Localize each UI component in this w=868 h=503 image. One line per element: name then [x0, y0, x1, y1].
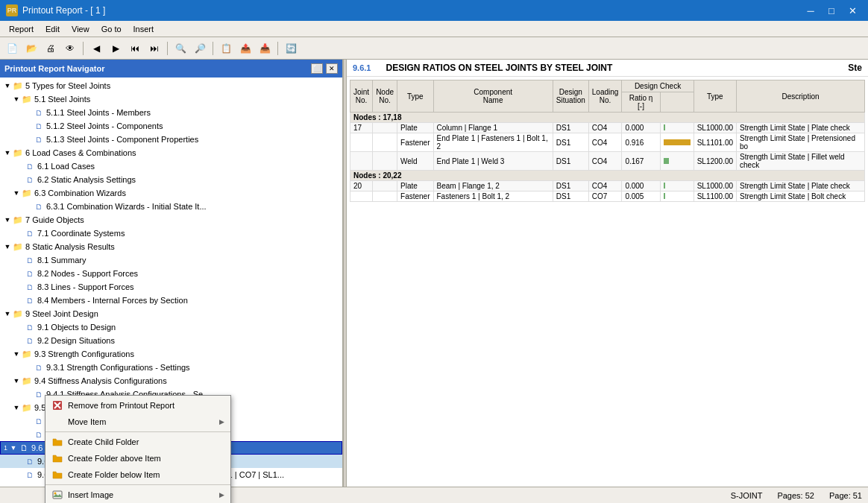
tree-item-8[interactable]: ▼ 📁 8 Static Analysis Results: [0, 240, 342, 253]
cell-joint: [350, 152, 373, 171]
cell-check-type: SL1100.00: [694, 192, 736, 202]
refresh-button[interactable]: 🔄: [282, 40, 300, 57]
toggle-9[interactable]: ▼: [3, 310, 12, 317]
menu-view[interactable]: View: [66, 23, 95, 35]
col-dc-type: Type: [694, 80, 736, 113]
toggle-63[interactable]: ▼: [12, 189, 21, 197]
toggle-8[interactable]: ▼: [3, 243, 12, 250]
next-button[interactable]: ▶: [107, 40, 125, 57]
menu-bar: Report Edit View Go to Insert: [0, 21, 868, 37]
menu-goto[interactable]: Go to: [95, 23, 128, 35]
menu-edit[interactable]: Edit: [40, 23, 66, 35]
folder-icon-8: 📁: [12, 241, 24, 252]
first-button[interactable]: ⏮: [126, 40, 144, 57]
toggle-5[interactable]: ▼: [3, 82, 12, 89]
import-button[interactable]: 📥: [256, 40, 274, 57]
preview-button[interactable]: 👁: [61, 40, 79, 57]
separator-2: [167, 42, 168, 55]
print-button[interactable]: 🖨: [42, 40, 60, 57]
toggle-94[interactable]: ▼: [12, 377, 21, 385]
tree-item-81[interactable]: 🗋 8.1 Summary: [0, 253, 342, 267]
doc-icon-61: 🗋: [24, 161, 36, 171]
tree-item-512[interactable]: 🗋 5.1.2 Steel Joints - Components: [0, 119, 342, 133]
tree-item-5[interactable]: ▼ 📁 5 Types for Steel Joints: [0, 79, 342, 92]
tree-item-631[interactable]: 🗋 6.3.1 Combination Wizards - Initial St…: [0, 200, 342, 213]
tree-item-84[interactable]: 🗋 8.4 Members - Internal Forces by Secti…: [0, 294, 342, 307]
toggle-93[interactable]: ▼: [12, 350, 21, 358]
maximize-button[interactable]: □: [822, 3, 841, 18]
last-button[interactable]: ⏭: [145, 40, 163, 57]
cell-loading: CO4: [588, 133, 622, 152]
folder-icon-94: 📁: [21, 376, 33, 386]
menu-insert[interactable]: Insert: [128, 23, 160, 35]
tree-item-61[interactable]: 🗋 6.1 Load Cases: [0, 159, 342, 173]
ctx-remove-label: Remove from Printout Report: [68, 401, 224, 410]
tree-item-931[interactable]: 🗋 9.3.1 Strength Configurations - Settin…: [0, 361, 342, 374]
tree-item-6[interactable]: ▼ 📁 6 Load Cases & Combinations: [0, 146, 342, 159]
tree-label: 9.3.1 Strength Configurations - Settings: [46, 363, 190, 372]
export-button[interactable]: 📤: [236, 40, 254, 57]
close-button[interactable]: ✕: [843, 3, 862, 18]
group-header-2: Nodes : 20,22: [350, 171, 865, 181]
tree-item-93[interactable]: ▼ 📁 9.3 Strength Configurations: [0, 347, 342, 361]
folder-below-icon: [51, 469, 63, 481]
ctx-remove[interactable]: Remove from Printout Report: [45, 397, 230, 414]
prev-button[interactable]: ◀: [87, 40, 105, 57]
tree-item-511[interactable]: 🗋 5.1.1 Steel Joints - Members: [0, 106, 342, 119]
zoom-out-button[interactable]: 🔎: [191, 40, 209, 57]
tree-item-62[interactable]: 🗋 6.2 Static Analysis Settings: [0, 173, 342, 186]
tree-label: 8.2 Nodes - Support Forces: [37, 269, 138, 278]
ctx-folder-above[interactable]: Create Folder above Item: [45, 450, 230, 466]
tree-item-9[interactable]: ▼ 📁 9 Steel Joint Design: [0, 307, 342, 320]
doc-icon-81: 🗋: [24, 255, 36, 265]
tree-label: 5.1.1 Steel Joints - Members: [46, 108, 151, 117]
toggle-7[interactable]: ▼: [3, 216, 12, 224]
cell-ratio-bar: [660, 192, 694, 202]
tree-item-91[interactable]: 🗋 9.1 Objects to Design: [0, 320, 342, 334]
tree-item-82[interactable]: 🗋 8.2 Nodes - Support Forces: [0, 267, 342, 280]
tree-item-63[interactable]: ▼ 📁 6.3 Combination Wizards: [0, 186, 342, 200]
nav-close-button[interactable]: ✕: [326, 63, 338, 74]
tree-label: 6.3.1 Combination Wizards - Initial Stat…: [46, 202, 207, 211]
tree-label: 5.1.2 Steel Joints - Components: [46, 121, 163, 130]
ctx-child-folder[interactable]: Create Child Folder: [45, 434, 230, 450]
tree-item-94[interactable]: ▼ 📁 9.4 Stiffness Analysis Configuration…: [0, 374, 342, 387]
ctx-folder-below[interactable]: Create Folder below Item: [45, 466, 230, 483]
cell-description: Strength Limit State | Fillet weld check: [737, 152, 865, 171]
tree-item-51[interactable]: ▼ 📁 5.1 Steel Joints: [0, 92, 342, 106]
minimize-button[interactable]: ─: [801, 3, 820, 18]
zoom-in-button[interactable]: 🔍: [172, 40, 189, 57]
ctx-move[interactable]: Move Item ▶: [45, 414, 230, 430]
ctx-insert-image[interactable]: Insert Image ▶: [45, 487, 230, 503]
cell-component: Fasteners 1 | Bolt 1, 2: [433, 192, 553, 202]
tree-item-513[interactable]: 🗋 5.1.3 Steel Joints - Component Propert…: [0, 133, 342, 146]
tree-label: 9.4 Stiffness Analysis Configurations: [34, 376, 167, 385]
tree-item-71[interactable]: 🗋 7.1 Coordinate Systems: [0, 227, 342, 240]
open-button[interactable]: 📂: [22, 40, 40, 57]
cell-node: [373, 181, 397, 192]
toggle-6[interactable]: ▼: [3, 149, 12, 156]
nav-restore-button[interactable]: ⬜: [311, 63, 323, 74]
cell-component: End Plate 1 | Weld 3: [433, 152, 553, 171]
tree-item-7[interactable]: ▼ 📁 7 Guide Objects: [0, 213, 342, 227]
content-corner: Ste: [848, 63, 862, 73]
doc-icon-84: 🗋: [24, 295, 36, 306]
toggle-51[interactable]: ▼: [12, 95, 21, 103]
cell-component: Column | Flange 1: [433, 123, 553, 133]
status-pages: Pages: 52: [777, 491, 814, 500]
tree-label: 9.2 Design Situations: [37, 336, 115, 345]
tree-label: 8.3 Lines - Support Forces: [37, 282, 134, 291]
tree-label: 7.1 Coordinate Systems: [37, 229, 125, 238]
copy-button[interactable]: 📋: [217, 40, 235, 57]
table-row: Weld End Plate 1 | Weld 3 DS1 CO4 0.167 …: [350, 152, 865, 171]
tree-item-83[interactable]: 🗋 8.3 Lines - Support Forces: [0, 280, 342, 294]
insert-image-arrow-icon: ▶: [219, 491, 224, 499]
ctx-sep-2: [45, 484, 230, 485]
tree-item-92[interactable]: 🗋 9.2 Design Situations: [0, 334, 342, 347]
menu-report[interactable]: Report: [3, 23, 40, 35]
toggle-95[interactable]: ▼: [12, 404, 21, 411]
toggle-96[interactable]: ▼: [9, 444, 18, 452]
cell-loading: CO4: [588, 181, 622, 192]
tree-label: 9 Steel Joint Design: [25, 309, 98, 318]
new-button[interactable]: 📄: [3, 40, 21, 57]
